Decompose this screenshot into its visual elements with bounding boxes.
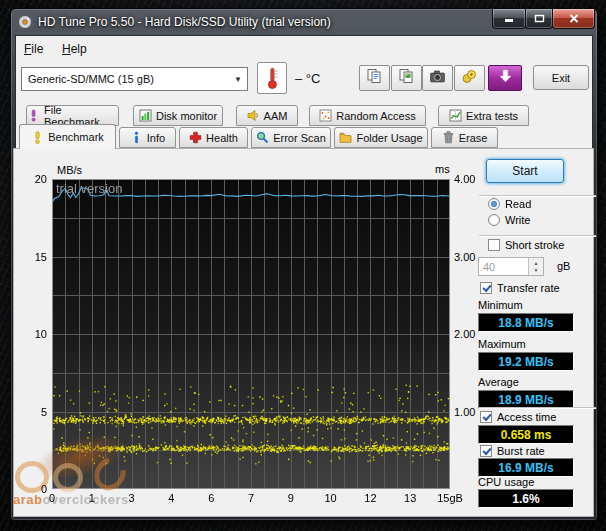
- access-time-checkbox[interactable]: Access time: [480, 411, 556, 423]
- benchmark-icon: [31, 131, 44, 144]
- trial-version-watermark: trial version: [56, 181, 122, 196]
- screenshot-button[interactable]: [422, 65, 453, 91]
- tab-aam[interactable]: AAM: [236, 105, 298, 126]
- y2-axis-tick: 3.00: [454, 251, 486, 263]
- x-axis-tick: 15gB: [433, 492, 467, 504]
- y2-axis-tick: 2.00: [454, 328, 486, 340]
- copy-image-icon: [398, 68, 415, 89]
- drive-selector-dropdown[interactable]: Generic-SD/MMC (15 gB) ▼: [21, 67, 248, 91]
- tab-label: Error Scan: [273, 132, 326, 144]
- x-axis-tick: 13: [393, 492, 427, 504]
- close-icon: [569, 14, 579, 23]
- stepper-arrows[interactable]: ▲▼: [528, 258, 543, 275]
- short-stroke-checkbox[interactable]: Short stroke: [488, 239, 564, 251]
- exit-button[interactable]: Exit: [533, 65, 589, 90]
- tab-label: Health: [206, 132, 238, 144]
- access-time-value: 0.658 ms: [478, 425, 574, 444]
- x-axis-tick: 10: [314, 492, 348, 504]
- camera-icon: [429, 69, 446, 88]
- tab-folder-usage[interactable]: Folder Usage: [334, 127, 428, 148]
- tab-erase[interactable]: Erase: [431, 127, 498, 148]
- tab-label: Disk monitor: [156, 110, 217, 122]
- burst-rate-checkbox[interactable]: Burst rate: [480, 445, 545, 457]
- access-time-label: Access time: [497, 411, 556, 423]
- write-radio-label: Write: [505, 214, 530, 226]
- x-axis-tick: 1: [75, 492, 109, 504]
- copy-text-button[interactable]: [359, 65, 390, 91]
- chevron-down-icon: ▼: [234, 75, 242, 84]
- tab-label: Erase: [459, 132, 488, 144]
- tab-extra-tests[interactable]: Extra tests: [438, 105, 529, 126]
- app-window: HD Tune Pro 5.50 - Hard Disk/SSD Utility…: [10, 8, 598, 521]
- arrow-up-icon: ▲: [534, 260, 539, 267]
- drive-selector-value: Generic-SD/MMC (15 gB): [28, 73, 154, 85]
- tab-label: AAM: [264, 110, 288, 122]
- average-label: Average: [478, 376, 519, 388]
- separator: [479, 235, 596, 236]
- y-axis-tick: 5: [19, 406, 47, 418]
- copy-image-button[interactable]: [391, 65, 422, 91]
- y2-axis-tick: 4.00: [454, 173, 486, 185]
- tab-health[interactable]: Health: [179, 127, 248, 148]
- tab-label: Info: [147, 132, 165, 144]
- tab-benchmark[interactable]: Benchmark: [19, 124, 116, 149]
- tab-label: Extra tests: [466, 110, 518, 122]
- tab-disk-monitor[interactable]: Disk monitor: [133, 105, 223, 126]
- maximize-icon: [534, 14, 545, 23]
- cpu-usage-value: 1.6%: [478, 489, 574, 508]
- minimize-button[interactable]: [492, 9, 526, 29]
- y2-axis-tick: 1.00: [454, 406, 486, 418]
- disk-monitor-icon: [139, 109, 152, 122]
- read-radio-label: Read: [505, 198, 531, 210]
- x-axis-tick: 12: [353, 492, 387, 504]
- extra-tests-icon: [449, 109, 462, 122]
- checkbox-icon: [488, 239, 500, 251]
- separator: [479, 195, 596, 196]
- tab-random-access[interactable]: Random Access: [309, 105, 426, 126]
- x-axis-tick: 3: [115, 492, 149, 504]
- random-access-icon: [319, 109, 332, 122]
- maximize-button[interactable]: [525, 9, 553, 29]
- tab-label: Benchmark: [48, 131, 104, 143]
- short-stroke-size-value: 40: [483, 261, 495, 273]
- separator: [479, 407, 596, 408]
- arrow-down-icon: ▼: [534, 267, 539, 274]
- x-axis-tick: 6: [194, 492, 228, 504]
- file-benchmark-icon: [27, 109, 40, 122]
- tab-label: Folder Usage: [356, 132, 422, 144]
- folder-usage-icon: [339, 131, 352, 144]
- menu-file[interactable]: File: [19, 40, 48, 58]
- donate-button[interactable]: [454, 65, 485, 91]
- cpu-usage-label: CPU usage: [478, 476, 534, 488]
- minimum-value: 18.8 MB/s: [478, 313, 574, 332]
- donate-icon: [461, 68, 478, 89]
- write-radio[interactable]: Write: [488, 214, 530, 226]
- title-bar[interactable]: HD Tune Pro 5.50 - Hard Disk/SSD Utility…: [11, 9, 597, 35]
- minimum-label: Minimum: [478, 299, 523, 311]
- menu-help[interactable]: Help: [57, 40, 92, 58]
- short-stroke-size-stepper[interactable]: 40 ▲▼: [478, 257, 544, 276]
- read-radio[interactable]: Read: [488, 198, 531, 210]
- close-button[interactable]: [552, 9, 595, 29]
- temperature-button[interactable]: [257, 62, 287, 94]
- x-axis-tick: 9: [274, 492, 308, 504]
- start-button[interactable]: Start: [486, 159, 564, 183]
- download-arrow-icon: [498, 69, 513, 87]
- y-axis-tick: 15: [19, 251, 47, 263]
- checkbox-icon: [480, 445, 492, 457]
- maximum-value: 19.2 MB/s: [478, 352, 574, 371]
- health-icon: [189, 131, 202, 144]
- update-button[interactable]: [488, 65, 522, 91]
- radio-icon: [488, 214, 500, 226]
- temperature-value: – °C: [295, 71, 320, 86]
- window-title: HD Tune Pro 5.50 - Hard Disk/SSD Utility…: [38, 15, 331, 29]
- burst-rate-label: Burst rate: [497, 445, 545, 457]
- burst-rate-value: 16.9 MB/s: [478, 458, 574, 477]
- transfer-rate-checkbox[interactable]: Transfer rate: [480, 282, 560, 294]
- hdtune-app-icon: [17, 14, 33, 30]
- tab-error-scan[interactable]: Error Scan: [251, 127, 331, 148]
- tab-file-benchmark[interactable]: File Benchmark: [26, 105, 119, 126]
- desktop-background: HD Tune Pro 5.50 - Hard Disk/SSD Utility…: [0, 0, 606, 531]
- checkbox-icon: [480, 282, 492, 294]
- tab-info[interactable]: Info: [119, 127, 176, 148]
